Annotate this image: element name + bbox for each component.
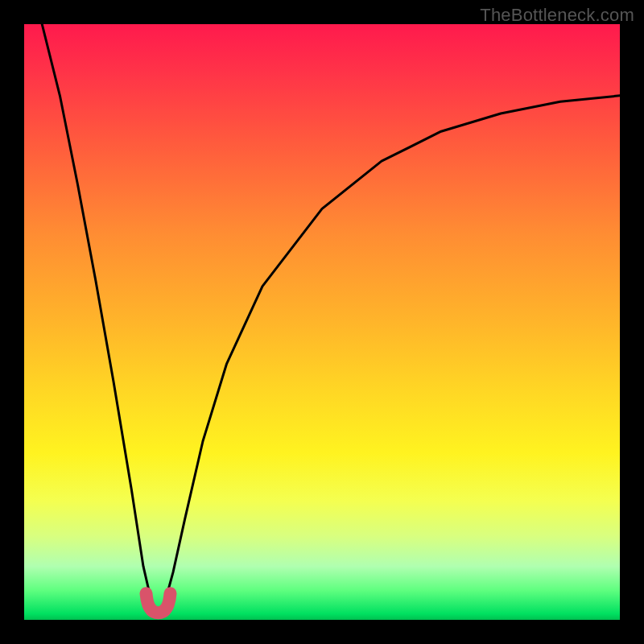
watermark-text: TheBottleneck.com: [480, 5, 634, 26]
chart-frame: TheBottleneck.com: [0, 0, 644, 644]
bottleneck-curve: [42, 24, 620, 609]
curve-layer: [24, 24, 620, 620]
plot-area: [24, 24, 620, 620]
curve-min-marker: [147, 593, 171, 613]
